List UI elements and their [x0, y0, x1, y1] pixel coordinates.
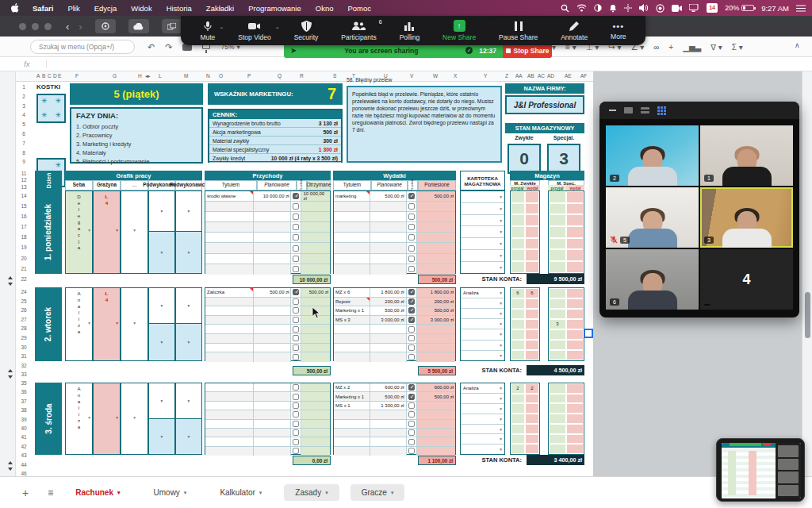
received-cell[interactable] — [549, 403, 566, 414]
income-title-cell[interactable] — [205, 298, 254, 306]
row-header[interactable]: 13 — [16, 184, 32, 190]
income-planned-cell[interactable] — [254, 254, 291, 264]
expense-incurred-cell[interactable] — [417, 222, 455, 232]
menu-item[interactable]: Zakładki — [206, 4, 234, 13]
group-collapse-icon[interactable] — [8, 276, 13, 279]
dropdown-icon[interactable]: ▾ — [188, 398, 190, 403]
issued-cell[interactable] — [525, 424, 539, 434]
received-cell[interactable] — [549, 394, 566, 404]
checkbox[interactable] — [408, 421, 415, 427]
participant-video-tile[interactable]: 5 — [606, 187, 699, 248]
income-title-cell[interactable] — [205, 233, 254, 242]
income-received-header[interactable]: Otrzymane — [307, 180, 331, 190]
expense-planned-cell[interactable]: 200,00 zł — [370, 298, 406, 306]
dropdown-icon[interactable]: ▾ — [500, 437, 502, 441]
income-received-cell[interactable] — [301, 243, 330, 252]
row-header[interactable]: 6 — [16, 129, 32, 139]
grazyna-schedule-cell[interactable]: L4 ▾ — [93, 190, 121, 274]
row-header[interactable]: 26 — [16, 306, 32, 315]
warehouse-card-cell[interactable]: ▾ — [461, 298, 504, 309]
undo-icon[interactable]: ↶ — [147, 42, 155, 52]
row-headers[interactable]: 123456789 — [16, 83, 32, 167]
income-planned-cell[interactable]: 10 000,00 zł — [254, 191, 291, 201]
dropdown-icon[interactable]: ▾ — [161, 209, 163, 214]
dropdown-icon[interactable]: ▾ — [500, 417, 502, 421]
received-cell[interactable] — [511, 319, 525, 329]
expense-planned-cell[interactable] — [370, 243, 406, 252]
issued-cell[interactable] — [566, 191, 584, 203]
group-expand-icon[interactable] — [8, 283, 13, 286]
add-sheet-button[interactable]: + — [22, 487, 29, 499]
income-received-cell[interactable] — [301, 298, 330, 306]
dropdown-icon[interactable]: ▾ — [188, 250, 190, 255]
received-cell[interactable] — [511, 214, 525, 226]
checkbox[interactable] — [293, 402, 299, 409]
sheet-tab[interactable]: Umowy ▾ — [143, 484, 198, 501]
row-header[interactable]: 21 — [16, 264, 32, 274]
issued-cell[interactable] — [566, 298, 584, 309]
expense-planned-cell[interactable] — [370, 447, 406, 456]
company-name-value[interactable]: J&I Professional — [505, 95, 584, 114]
warehouse-card-cell[interactable]: ▾ — [461, 191, 504, 203]
checkbox[interactable] — [293, 384, 299, 391]
cloud-extension-icon[interactable] — [128, 19, 149, 33]
checkbox[interactable] — [293, 245, 299, 252]
day-label[interactable]: 3. środa — [35, 383, 62, 455]
row-header[interactable]: 41 — [16, 433, 32, 441]
income-checkbox-cell[interactable] — [291, 447, 301, 456]
checkbox[interactable] — [293, 326, 299, 333]
price-list-row[interactable]: Wynagrodzenie brutto brutto 3 130 zł — [209, 119, 341, 128]
seba-schedule-cell[interactable]: Analiza ▾ — [65, 383, 93, 455]
column-header[interactable]: P — [247, 73, 251, 79]
row-header[interactable]: 14 — [16, 190, 32, 201]
volume-icon[interactable] — [639, 4, 649, 12]
checkbox[interactable] — [293, 344, 299, 351]
expense-planned-cell[interactable]: 500,00 zł — [370, 392, 406, 400]
column-header[interactable]: B — [42, 73, 45, 79]
expense-incurred-cell[interactable] — [417, 264, 455, 275]
checkbox[interactable] — [293, 354, 299, 360]
warehouse-card-header[interactable]: KARTOTEKA MAGAZYNOWA — [460, 171, 505, 190]
row-header[interactable]: 2 — [16, 92, 32, 102]
dropdown-icon[interactable]: ▾ — [88, 415, 90, 420]
hide-toolbar-icon[interactable]: ∧ — [795, 41, 800, 49]
expense-planned-cell[interactable] — [370, 212, 406, 221]
checkbox[interactable] — [293, 214, 299, 220]
issued-cell[interactable] — [525, 434, 539, 444]
security-button[interactable]: Security — [294, 21, 319, 41]
income-planned-header[interactable]: Planowane — [257, 180, 297, 190]
income-planned-cell[interactable] — [254, 429, 291, 437]
received-cell[interactable] — [549, 424, 566, 434]
column-header[interactable]: AD — [547, 73, 554, 79]
row-header[interactable]: 19 — [16, 242, 32, 252]
checkbox[interactable] — [293, 429, 299, 436]
income-received-cell[interactable] — [301, 392, 330, 400]
income-planned-cell[interactable] — [254, 298, 291, 306]
row-headers[interactable]: 141516171819202122 — [16, 190, 32, 284]
warehouse-card-cell[interactable]: ▾ — [461, 425, 504, 435]
expense-title-cell[interactable] — [334, 352, 370, 362]
sheet-tab[interactable]: Rachunek ▾ — [64, 484, 131, 501]
expense-checkbox-cell[interactable] — [407, 410, 417, 418]
expense-checkbox-cell[interactable] — [407, 298, 417, 306]
warehouse-special-value[interactable]: 3 — [547, 144, 580, 174]
issued-cell[interactable] — [566, 309, 584, 319]
row-header[interactable]: 15 — [16, 201, 32, 211]
income-planned-cell[interactable] — [254, 410, 291, 418]
row-header[interactable]: 7 — [16, 139, 32, 148]
day-phases-box[interactable]: FAZY DNIA: 1. Odbiór poczty2. Pracownicy… — [70, 107, 203, 164]
all-sheets-button[interactable]: ≡ — [48, 487, 53, 498]
column-header[interactable]: Q — [278, 73, 282, 79]
dropdown-icon[interactable]: ▾ — [188, 434, 190, 439]
expense-incurred-cell[interactable] — [417, 437, 455, 445]
income-planned-cell[interactable] — [254, 344, 291, 352]
row-header[interactable]: 11 — [16, 171, 32, 177]
issued-cell[interactable] — [525, 309, 539, 319]
seba-schedule-cell[interactable]: Delegacja ▾ — [65, 190, 93, 274]
expense-title-cell[interactable] — [334, 243, 370, 252]
issued-cell[interactable] — [566, 261, 584, 273]
issued-cell[interactable] — [566, 394, 584, 404]
column-header[interactable]: AE — [565, 73, 572, 79]
received-cell[interactable] — [511, 298, 525, 309]
income-planned-cell[interactable] — [254, 334, 291, 343]
